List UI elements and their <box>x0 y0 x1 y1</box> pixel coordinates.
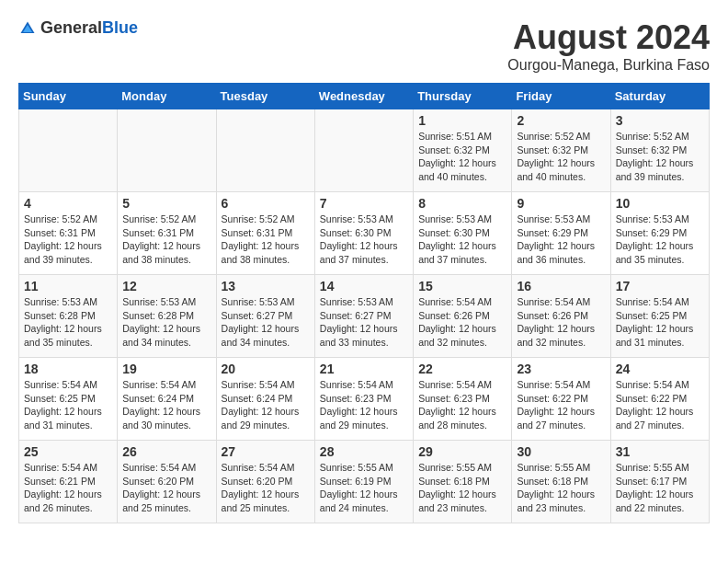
day-info: Sunrise: 5:53 AM Sunset: 6:30 PM Dayligh… <box>418 213 496 265</box>
day-info: Sunrise: 5:51 AM Sunset: 6:32 PM Dayligh… <box>418 131 496 182</box>
day-number: 8 <box>418 196 506 211</box>
table-row: 1Sunrise: 5:51 AM Sunset: 6:32 PM Daylig… <box>414 109 512 192</box>
table-row: 4Sunrise: 5:52 AM Sunset: 6:31 PM Daylig… <box>19 192 118 275</box>
table-row: 2Sunrise: 5:52 AM Sunset: 6:32 PM Daylig… <box>512 109 610 192</box>
day-number: 24 <box>616 362 704 376</box>
calendar-table: Sunday Monday Tuesday Wednesday Thursday… <box>18 83 710 523</box>
table-row: 11Sunrise: 5:53 AM Sunset: 6:28 PM Dayli… <box>19 275 118 358</box>
table-row: 14Sunrise: 5:53 AM Sunset: 6:27 PM Dayli… <box>314 275 413 358</box>
table-row: 9Sunrise: 5:53 AM Sunset: 6:29 PM Daylig… <box>512 192 610 275</box>
table-row: 3Sunrise: 5:52 AM Sunset: 6:32 PM Daylig… <box>610 109 709 192</box>
table-row: 6Sunrise: 5:52 AM Sunset: 6:31 PM Daylig… <box>216 192 314 275</box>
table-row: 23Sunrise: 5:54 AM Sunset: 6:22 PM Dayli… <box>512 358 610 441</box>
day-number: 6 <box>222 196 310 211</box>
day-info: Sunrise: 5:54 AM Sunset: 6:22 PM Dayligh… <box>517 379 595 431</box>
day-info: Sunrise: 5:52 AM Sunset: 6:31 PM Dayligh… <box>222 213 300 265</box>
table-row: 30Sunrise: 5:55 AM Sunset: 6:18 PM Dayli… <box>512 441 610 523</box>
day-info: Sunrise: 5:52 AM Sunset: 6:32 PM Dayligh… <box>517 131 595 182</box>
table-row: 21Sunrise: 5:54 AM Sunset: 6:23 PM Dayli… <box>314 358 413 441</box>
day-number: 9 <box>517 196 605 211</box>
day-number: 19 <box>122 362 210 376</box>
logo-icon <box>18 19 37 38</box>
day-number: 11 <box>24 279 112 293</box>
header-wednesday: Wednesday <box>314 84 413 109</box>
table-row: 7Sunrise: 5:53 AM Sunset: 6:30 PM Daylig… <box>314 192 413 275</box>
day-number: 7 <box>320 196 408 211</box>
day-number: 1 <box>418 113 506 128</box>
day-info: Sunrise: 5:54 AM Sunset: 6:25 PM Dayligh… <box>24 379 102 431</box>
header-monday: Monday <box>118 84 216 109</box>
table-row: 15Sunrise: 5:54 AM Sunset: 6:26 PM Dayli… <box>414 275 512 358</box>
header-saturday: Saturday <box>610 84 709 109</box>
table-row: 24Sunrise: 5:54 AM Sunset: 6:22 PM Dayli… <box>610 358 709 441</box>
day-number: 14 <box>320 279 408 293</box>
header-tuesday: Tuesday <box>216 84 314 109</box>
day-info: Sunrise: 5:54 AM Sunset: 6:24 PM Dayligh… <box>122 379 200 431</box>
day-info: Sunrise: 5:55 AM Sunset: 6:18 PM Dayligh… <box>418 462 496 513</box>
table-row: 12Sunrise: 5:53 AM Sunset: 6:28 PM Dayli… <box>118 275 216 358</box>
table-row <box>314 109 413 192</box>
title-area: August 2024 Ourgou-Manega, Burkina Faso <box>507 18 710 74</box>
day-info: Sunrise: 5:54 AM Sunset: 6:26 PM Dayligh… <box>418 296 496 348</box>
table-row <box>216 109 314 192</box>
table-row: 27Sunrise: 5:54 AM Sunset: 6:20 PM Dayli… <box>216 441 314 523</box>
header-friday: Friday <box>512 84 610 109</box>
day-number: 23 <box>517 362 605 376</box>
header: GeneralBlue August 2024 Ourgou-Manega, B… <box>18 18 710 74</box>
day-number: 30 <box>517 444 605 459</box>
day-number: 29 <box>418 444 506 459</box>
table-row: 8Sunrise: 5:53 AM Sunset: 6:30 PM Daylig… <box>414 192 512 275</box>
day-info: Sunrise: 5:53 AM Sunset: 6:27 PM Dayligh… <box>320 296 398 348</box>
table-row: 31Sunrise: 5:55 AM Sunset: 6:17 PM Dayli… <box>610 441 709 523</box>
day-info: Sunrise: 5:55 AM Sunset: 6:17 PM Dayligh… <box>616 462 694 513</box>
table-row: 13Sunrise: 5:53 AM Sunset: 6:27 PM Dayli… <box>216 275 314 358</box>
day-info: Sunrise: 5:52 AM Sunset: 6:31 PM Dayligh… <box>24 213 102 265</box>
day-number: 10 <box>616 196 704 211</box>
day-info: Sunrise: 5:54 AM Sunset: 6:25 PM Dayligh… <box>616 296 694 348</box>
day-info: Sunrise: 5:52 AM Sunset: 6:31 PM Dayligh… <box>122 213 200 265</box>
day-info: Sunrise: 5:54 AM Sunset: 6:23 PM Dayligh… <box>320 379 398 431</box>
day-info: Sunrise: 5:53 AM Sunset: 6:28 PM Dayligh… <box>24 296 102 348</box>
day-info: Sunrise: 5:55 AM Sunset: 6:18 PM Dayligh… <box>517 462 595 513</box>
day-info: Sunrise: 5:52 AM Sunset: 6:32 PM Dayligh… <box>616 131 694 182</box>
logo-general: General <box>40 18 102 37</box>
table-row: 18Sunrise: 5:54 AM Sunset: 6:25 PM Dayli… <box>19 358 118 441</box>
day-info: Sunrise: 5:54 AM Sunset: 6:20 PM Dayligh… <box>122 462 200 513</box>
table-row: 29Sunrise: 5:55 AM Sunset: 6:18 PM Dayli… <box>414 441 512 523</box>
day-number: 3 <box>616 113 704 128</box>
day-number: 2 <box>517 113 605 128</box>
day-info: Sunrise: 5:54 AM Sunset: 6:23 PM Dayligh… <box>418 379 496 431</box>
day-number: 31 <box>616 444 704 459</box>
table-row: 17Sunrise: 5:54 AM Sunset: 6:25 PM Dayli… <box>610 275 709 358</box>
day-info: Sunrise: 5:53 AM Sunset: 6:29 PM Dayligh… <box>616 213 694 265</box>
header-thursday: Thursday <box>414 84 512 109</box>
table-row: 19Sunrise: 5:54 AM Sunset: 6:24 PM Dayli… <box>118 358 216 441</box>
day-info: Sunrise: 5:53 AM Sunset: 6:28 PM Dayligh… <box>122 296 200 348</box>
day-number: 15 <box>418 279 506 293</box>
day-info: Sunrise: 5:54 AM Sunset: 6:22 PM Dayligh… <box>616 379 694 431</box>
day-info: Sunrise: 5:53 AM Sunset: 6:30 PM Dayligh… <box>320 213 398 265</box>
table-row: 25Sunrise: 5:54 AM Sunset: 6:21 PM Dayli… <box>19 441 118 523</box>
day-number: 18 <box>24 362 112 376</box>
day-info: Sunrise: 5:53 AM Sunset: 6:27 PM Dayligh… <box>222 296 300 348</box>
day-number: 16 <box>517 279 605 293</box>
logo-blue: Blue <box>102 18 138 37</box>
day-number: 26 <box>122 444 210 459</box>
day-number: 27 <box>222 444 310 459</box>
table-row: 10Sunrise: 5:53 AM Sunset: 6:29 PM Dayli… <box>610 192 709 275</box>
table-row: 16Sunrise: 5:54 AM Sunset: 6:26 PM Dayli… <box>512 275 610 358</box>
day-number: 5 <box>122 196 210 211</box>
table-row: 26Sunrise: 5:54 AM Sunset: 6:20 PM Dayli… <box>118 441 216 523</box>
day-info: Sunrise: 5:55 AM Sunset: 6:19 PM Dayligh… <box>320 462 398 513</box>
header-sunday: Sunday <box>19 84 118 109</box>
day-info: Sunrise: 5:54 AM Sunset: 6:26 PM Dayligh… <box>517 296 595 348</box>
calendar-header: Sunday Monday Tuesday Wednesday Thursday… <box>19 84 710 109</box>
day-info: Sunrise: 5:53 AM Sunset: 6:29 PM Dayligh… <box>517 213 595 265</box>
day-info: Sunrise: 5:54 AM Sunset: 6:24 PM Dayligh… <box>222 379 300 431</box>
subtitle: Ourgou-Manega, Burkina Faso <box>507 57 710 74</box>
day-number: 25 <box>24 444 112 459</box>
table-row <box>118 109 216 192</box>
day-number: 28 <box>320 444 408 459</box>
day-number: 4 <box>24 196 112 211</box>
calendar-body: 1Sunrise: 5:51 AM Sunset: 6:32 PM Daylig… <box>19 109 710 523</box>
